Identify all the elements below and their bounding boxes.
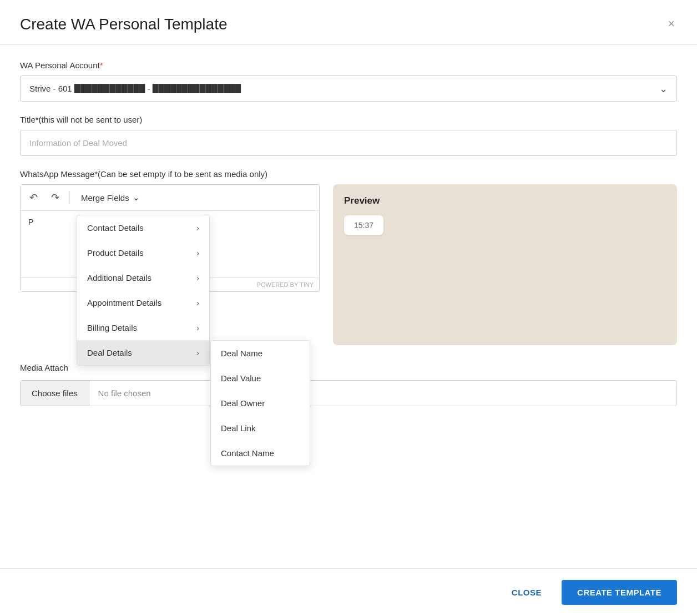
modal-footer: CLOSE CREATE TEMPLATE: [0, 568, 697, 616]
dropdown-item-billing-details[interactable]: Billing Details ›: [77, 315, 209, 340]
close-button[interactable]: CLOSE: [503, 581, 550, 604]
choose-files-button[interactable]: Choose files: [21, 381, 89, 406]
whatsapp-message-label: WhatsApp Message*(Can be set empty if to…: [20, 169, 677, 179]
chevron-right-icon: ›: [196, 324, 199, 332]
wa-account-group: WA Personal Account* Strive - 601 ██████…: [20, 60, 677, 102]
sub-item-deal-name[interactable]: Deal Name: [211, 341, 310, 366]
dropdown-item-appointment-details[interactable]: Appointment Details ›: [77, 290, 209, 315]
modal-header: Create WA Personal Template ×: [0, 0, 697, 45]
merge-fields-wrapper: Merge Fields ⌄ Contact Details › P: [77, 190, 144, 205]
undo-button[interactable]: ↶: [26, 189, 41, 206]
title-group: Title*(this will not be sent to user): [20, 115, 677, 156]
wa-account-select[interactable]: Strive - 601 ████████████ - ████████████…: [21, 76, 676, 101]
file-input-row: Choose files No file chosen: [20, 380, 677, 406]
merge-fields-label: Merge Fields: [81, 193, 129, 203]
modal-title: Create WA Personal Template: [20, 16, 228, 33]
preview-bubble: 15:37: [344, 215, 383, 235]
deal-details-sub-dropdown: Deal Name Deal Value Deal Owner Deal Lin…: [210, 340, 310, 466]
redo-button[interactable]: ↷: [48, 189, 63, 206]
close-icon[interactable]: ×: [665, 16, 677, 32]
sub-item-deal-link[interactable]: Deal Link: [211, 416, 310, 441]
merge-fields-button[interactable]: Merge Fields ⌄: [77, 190, 144, 205]
media-attach-group: Media Attach Choose files No file chosen: [20, 363, 677, 406]
merge-fields-dropdown: Contact Details › Product Details › Addi…: [77, 215, 210, 366]
wa-account-label: WA Personal Account*: [20, 60, 677, 70]
editor-toolbar: ↶ ↷ Merge Fields ⌄ Contact Details: [21, 185, 319, 211]
sub-item-deal-owner[interactable]: Deal Owner: [211, 391, 310, 416]
title-input[interactable]: [20, 130, 677, 156]
preview-time: 15:37: [354, 221, 373, 230]
dropdown-item-additional-details[interactable]: Additional Details ›: [77, 265, 209, 290]
create-template-button[interactable]: CREATE TEMPLATE: [562, 580, 677, 605]
chevron-right-icon: ›: [196, 224, 199, 233]
preview-title: Preview: [344, 195, 666, 206]
dropdown-item-deal-details-wrapper: Deal Details › Deal Name Deal Value Deal…: [77, 340, 209, 365]
title-label: Title*(this will not be sent to user): [20, 115, 677, 124]
no-file-text: No file chosen: [89, 381, 676, 406]
dropdown-item-contact-details[interactable]: Contact Details ›: [77, 215, 209, 240]
merge-fields-chevron-icon: ⌄: [133, 193, 140, 203]
chevron-right-icon: ›: [196, 349, 199, 357]
sub-item-deal-value[interactable]: Deal Value: [211, 366, 310, 391]
dropdown-item-deal-details[interactable]: Deal Details ›: [77, 340, 209, 365]
dropdown-item-product-details[interactable]: Product Details ›: [77, 240, 209, 265]
chevron-right-icon: ›: [196, 299, 199, 307]
chevron-right-icon: ›: [196, 249, 199, 257]
sub-item-contact-name[interactable]: Contact Name: [211, 441, 310, 466]
editor-preview-row: ↶ ↷ Merge Fields ⌄ Contact Details: [20, 184, 677, 345]
wa-account-select-wrapper[interactable]: Strive - 601 ████████████ - ████████████…: [20, 75, 677, 102]
whatsapp-message-group: WhatsApp Message*(Can be set empty if to…: [20, 169, 677, 345]
message-editor: ↶ ↷ Merge Fields ⌄ Contact Details: [20, 184, 320, 292]
create-wa-template-modal: Create WA Personal Template × WA Persona…: [0, 0, 697, 616]
toolbar-separator: [69, 191, 70, 204]
message-preview: Preview 15:37: [333, 184, 677, 345]
modal-body: WA Personal Account* Strive - 601 ██████…: [0, 45, 697, 435]
chevron-right-icon: ›: [196, 274, 199, 282]
